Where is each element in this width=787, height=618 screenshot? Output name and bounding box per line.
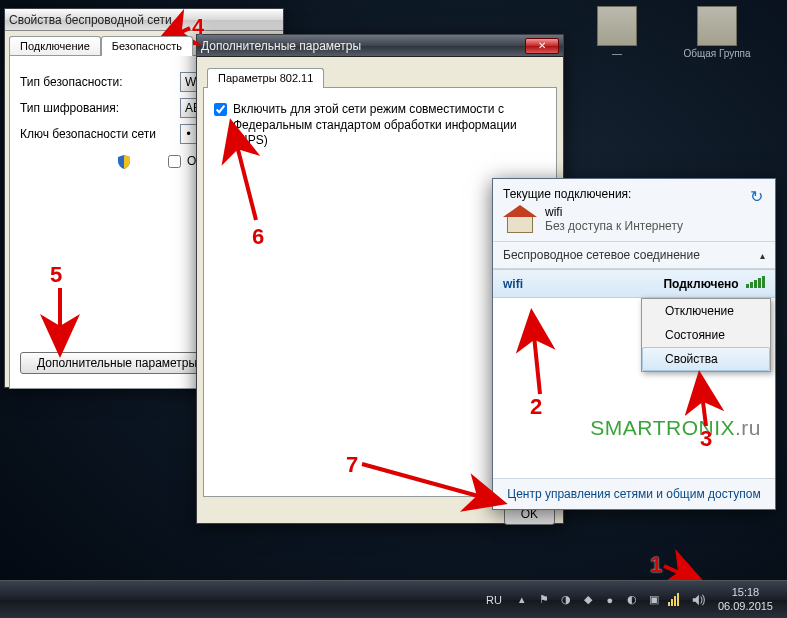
home-network-icon bbox=[503, 205, 537, 235]
tab-security[interactable]: Безопасность bbox=[101, 36, 193, 56]
refresh-icon[interactable]: ↻ bbox=[747, 187, 765, 205]
desktop-icon[interactable]: — bbox=[587, 6, 647, 68]
callout-7: 7 bbox=[346, 452, 358, 478]
language-indicator[interactable]: RU bbox=[480, 592, 508, 608]
tray-icon[interactable]: ◆ bbox=[580, 592, 596, 608]
titlebar[interactable]: Дополнительные параметры ✕ bbox=[197, 35, 563, 57]
window-title: Дополнительные параметры bbox=[201, 39, 361, 53]
label-key: Ключ безопасности сети bbox=[20, 127, 180, 141]
ctx-properties[interactable]: Свойства bbox=[642, 347, 770, 371]
tray-icon[interactable]: ◐ bbox=[624, 592, 640, 608]
callout-6: 6 bbox=[252, 224, 264, 250]
callout-5: 5 bbox=[50, 262, 62, 288]
tray-volume-icon[interactable] bbox=[690, 592, 706, 608]
advanced-settings-button[interactable]: Дополнительные параметры bbox=[20, 352, 214, 374]
label-security-type: Тип безопасности: bbox=[20, 75, 180, 89]
connection-state: Подключено bbox=[663, 277, 738, 291]
tray-icon[interactable]: ● bbox=[602, 592, 618, 608]
current-network-status: Без доступа к Интернету bbox=[545, 219, 683, 233]
ctx-status[interactable]: Состояние bbox=[642, 323, 770, 347]
desktop-icons: — Общая Группа bbox=[587, 6, 747, 68]
callout-3: 3 bbox=[700, 426, 712, 452]
chevron-up-icon: ▴ bbox=[760, 250, 765, 261]
titlebar[interactable]: Свойства беспроводной сети bbox=[5, 9, 283, 31]
context-menu: Отключение Состояние Свойства bbox=[641, 298, 771, 372]
label-encryption: Тип шифрования: bbox=[20, 101, 180, 115]
tab-80211[interactable]: Параметры 802.11 bbox=[207, 68, 324, 88]
tray-chevron-icon[interactable]: ▴ bbox=[514, 592, 530, 608]
ctx-disconnect[interactable]: Отключение bbox=[642, 299, 770, 323]
tray-icon[interactable]: ▣ bbox=[646, 592, 662, 608]
callout-4: 4 bbox=[192, 14, 204, 40]
network-flyout: Текущие подключения: wifi Без доступа к … bbox=[492, 178, 776, 510]
tray-wifi-icon[interactable] bbox=[668, 593, 684, 607]
network-item[interactable]: wifi Подключено bbox=[493, 269, 775, 298]
desktop-icon[interactable]: Общая Группа bbox=[687, 6, 747, 68]
shield-icon bbox=[116, 154, 132, 170]
current-network-name: wifi bbox=[545, 205, 683, 219]
network-list-area: Отключение Состояние Свойства SMARTRONIX… bbox=[493, 298, 775, 478]
network-center-link[interactable]: Центр управления сетями и общим доступом bbox=[507, 487, 761, 501]
close-icon[interactable]: ✕ bbox=[525, 38, 559, 54]
callout-2: 2 bbox=[530, 394, 542, 420]
callout-1: 1 bbox=[650, 552, 662, 578]
window-title: Свойства беспроводной сети bbox=[9, 13, 172, 27]
watermark: SMARTRONIX.ru bbox=[590, 416, 761, 440]
tray-clock[interactable]: 15:18 06.09.2015 bbox=[712, 586, 779, 612]
section-wireless[interactable]: Беспроводное сетевое соединение ▴ bbox=[493, 242, 775, 269]
flyout-heading: Текущие подключения: bbox=[503, 187, 683, 201]
tray-action-center-icon[interactable]: ⚑ bbox=[536, 592, 552, 608]
label-fips: Включить для этой сети режим совместимос… bbox=[233, 102, 546, 149]
tab-connection[interactable]: Подключение bbox=[9, 36, 101, 56]
taskbar: RU ▴ ⚑ ◑ ◆ ● ◐ ▣ 15:18 06.09.2015 bbox=[0, 580, 787, 618]
checkbox-fips[interactable]: Включить для этой сети режим совместимос… bbox=[214, 102, 546, 149]
signal-bars-icon bbox=[746, 276, 765, 288]
tray-icon[interactable]: ◑ bbox=[558, 592, 574, 608]
